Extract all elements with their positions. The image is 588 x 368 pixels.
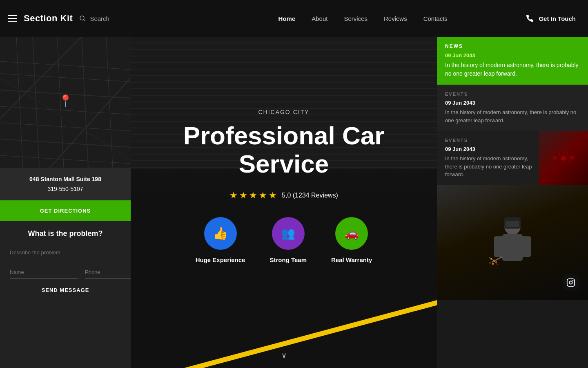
nav-home[interactable]: Home bbox=[278, 15, 296, 22]
problem-input[interactable] bbox=[10, 246, 121, 259]
event-image-placeholder bbox=[539, 131, 588, 185]
car-icon: 🚗 bbox=[345, 227, 359, 240]
get-in-touch-button[interactable]: Get In Touch bbox=[539, 15, 576, 22]
svg-rect-38 bbox=[567, 278, 575, 286]
feature-team: 👥 Strong Team bbox=[270, 217, 307, 263]
address-section: 048 Stanton Mall Suite 198 319-550-5107 bbox=[0, 168, 131, 200]
hero-title: Professional Car Service bbox=[183, 122, 385, 177]
events-label-1: EVENTS bbox=[445, 92, 580, 96]
search-label[interactable]: Search bbox=[90, 15, 109, 22]
svg-line-7 bbox=[0, 139, 131, 147]
feature-experience: 👍 Huge Experience bbox=[196, 217, 245, 263]
search-icon bbox=[79, 15, 86, 22]
phone-text: 319-550-5107 bbox=[8, 186, 122, 192]
svg-rect-18 bbox=[553, 156, 557, 159]
nav-about[interactable]: About bbox=[312, 15, 327, 22]
address-text: 048 Stanton Mall Suite 198 bbox=[8, 176, 122, 182]
hamburger-menu[interactable] bbox=[8, 15, 17, 22]
rating-row: ★ ★ ★ ★ ★ 5,0 (1234 Reviews) bbox=[183, 190, 385, 201]
hero-title-line2: Service bbox=[239, 150, 329, 178]
main-nav: Home About Services Reviews Contacts bbox=[212, 15, 513, 22]
svg-line-6 bbox=[0, 123, 131, 131]
svg-line-35 bbox=[489, 257, 494, 261]
star-2: ★ bbox=[239, 190, 247, 201]
svg-rect-26 bbox=[494, 236, 503, 257]
svg-line-16 bbox=[0, 78, 131, 159]
hero-content: Chicago City Professional Car Service ★ … bbox=[167, 109, 401, 263]
star-4: ★ bbox=[259, 190, 267, 201]
nav-reviews[interactable]: Reviews bbox=[384, 15, 407, 22]
svg-line-8 bbox=[0, 155, 131, 164]
thumbsup-icon: 👍 bbox=[213, 226, 228, 240]
star-1: ★ bbox=[229, 190, 238, 201]
feature-label-experience: Huge Experience bbox=[196, 256, 245, 263]
star-3: ★ bbox=[249, 190, 257, 201]
name-phone-row bbox=[10, 266, 121, 279]
header-right: Get In Touch bbox=[513, 14, 588, 22]
get-directions-button[interactable]: GET DIRECTIONS bbox=[0, 200, 131, 221]
welder-illustration bbox=[472, 202, 553, 283]
feature-circle-team: 👥 bbox=[272, 217, 305, 250]
problem-section: What is the problem? SEND MESSAGE bbox=[0, 221, 131, 368]
welder-photo bbox=[437, 185, 588, 300]
problem-title: What is the problem? bbox=[10, 229, 121, 238]
map-pin: 📍 bbox=[58, 94, 73, 108]
rating-text: 5,0 (1234 Reviews) bbox=[282, 192, 338, 199]
hero-section: Chicago City Professional Car Service ★ … bbox=[131, 37, 437, 368]
features-row: 👍 Huge Experience 👥 Strong Team 🚗 Real W… bbox=[183, 217, 385, 263]
svg-line-3 bbox=[0, 74, 131, 82]
instagram-button[interactable] bbox=[562, 274, 580, 292]
scroll-down-button[interactable]: ∨ bbox=[281, 351, 287, 360]
map-area[interactable]: 📍 bbox=[0, 37, 131, 168]
feature-circle-experience: 👍 bbox=[204, 217, 237, 250]
svg-point-34 bbox=[492, 263, 494, 265]
header-left: Section Kit Search bbox=[0, 13, 212, 24]
feature-label-team: Strong Team bbox=[270, 256, 307, 263]
right-sidebar: NEWS 09 Jun 2043 In the history of moder… bbox=[437, 37, 588, 368]
nav-contacts[interactable]: Contacts bbox=[423, 15, 448, 22]
engine-icon bbox=[551, 146, 576, 171]
star-5: ★ bbox=[269, 190, 277, 201]
svg-line-1 bbox=[84, 20, 85, 21]
instagram-icon bbox=[566, 278, 575, 287]
main-content: 📍 048 Stanton Mall Suite 198 319-550-510… bbox=[0, 37, 588, 368]
svg-line-13 bbox=[106, 37, 114, 168]
event-image bbox=[539, 131, 588, 185]
svg-line-37 bbox=[492, 257, 502, 262]
events-section-1: EVENTS 09 Jun 2043 In the history of mod… bbox=[437, 85, 588, 131]
events-section-2: EVENTS 09 Jun 2043 In the history of mod… bbox=[437, 131, 588, 185]
svg-rect-29 bbox=[506, 221, 519, 227]
stars: ★ ★ ★ ★ ★ bbox=[229, 190, 277, 201]
svg-point-39 bbox=[569, 281, 572, 284]
city-label: Chicago City bbox=[183, 109, 385, 115]
news-date: 09 Jun 2043 bbox=[445, 52, 580, 58]
event-date-1: 09 Jun 2043 bbox=[445, 100, 580, 106]
search-area: Search bbox=[79, 15, 204, 22]
svg-line-2 bbox=[0, 61, 131, 70]
news-section: NEWS 09 Jun 2043 In the history of moder… bbox=[437, 37, 588, 85]
svg-point-33 bbox=[490, 262, 491, 263]
hero-title-line1: Professional Car bbox=[183, 121, 385, 150]
svg-point-40 bbox=[572, 280, 574, 281]
svg-line-5 bbox=[0, 106, 131, 114]
event-text-2: In the history of modern astronomy, ther… bbox=[445, 155, 535, 179]
header: Section Kit Search Home About Services R… bbox=[0, 0, 588, 37]
nav-services[interactable]: Services bbox=[344, 15, 368, 22]
send-message-button[interactable]: SEND MESSAGE bbox=[10, 287, 121, 293]
left-sidebar: 📍 048 Stanton Mall Suite 198 319-550-510… bbox=[0, 37, 131, 368]
svg-point-20 bbox=[561, 156, 566, 161]
event-text-1: In the history of modern astronomy, ther… bbox=[445, 108, 580, 124]
team-icon: 👥 bbox=[281, 227, 295, 240]
feature-warranty: 🚗 Real Warranty bbox=[331, 217, 372, 263]
feature-label-warranty: Real Warranty bbox=[331, 256, 372, 263]
svg-line-10 bbox=[33, 37, 41, 168]
svg-rect-19 bbox=[570, 156, 574, 159]
name-input[interactable] bbox=[10, 266, 78, 279]
news-label: NEWS bbox=[445, 43, 580, 49]
svg-rect-27 bbox=[522, 236, 531, 257]
svg-line-9 bbox=[16, 37, 24, 168]
map-background: 📍 bbox=[0, 37, 131, 168]
news-text: In the history of modern astronomy, ther… bbox=[445, 61, 580, 78]
feature-circle-warranty: 🚗 bbox=[335, 217, 368, 250]
svg-rect-25 bbox=[502, 234, 523, 261]
